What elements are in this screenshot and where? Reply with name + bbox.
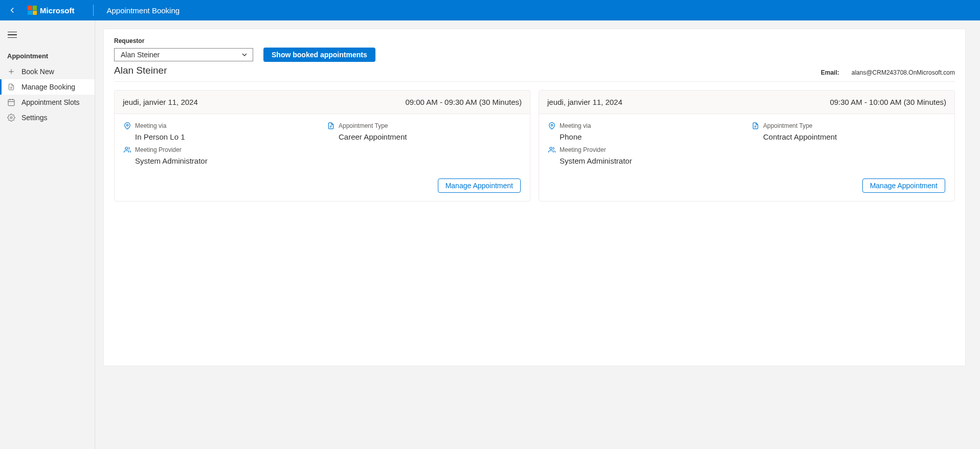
show-booked-appointments-button[interactable]: Show booked appointments — [263, 48, 375, 62]
document-icon — [7, 83, 15, 91]
manage-appointment-button[interactable]: Manage Appointment — [438, 178, 521, 193]
back-button[interactable] — [4, 2, 20, 18]
meeting-provider-label: Meeting Provider — [124, 146, 317, 153]
chevron-down-icon — [240, 51, 249, 59]
chevron-left-icon — [8, 6, 17, 15]
people-icon — [548, 146, 555, 153]
sidebar-item-label: Book New — [21, 68, 54, 76]
appointment-type-value: Contract Appointment — [752, 132, 945, 141]
menu-toggle-button[interactable] — [2, 25, 23, 45]
sidebar-item-settings[interactable]: Settings — [0, 110, 95, 125]
meeting-via-value: Phone — [548, 132, 742, 141]
sidebar-heading: Appointment — [0, 45, 95, 64]
sidebar-item-manage-booking[interactable]: Manage Booking — [0, 79, 95, 95]
appointment-card: jeudi, janvier 11, 2024 09:00 AM - 09:30… — [114, 90, 530, 201]
meeting-provider-label: Meeting Provider — [548, 146, 742, 153]
app-top-bar: Microsoft Appointment Booking — [0, 0, 980, 20]
svg-point-12 — [125, 147, 128, 150]
appointment-card-header: jeudi, janvier 11, 2024 09:00 AM - 09:30… — [115, 91, 530, 114]
appointment-type-label: Appointment Type — [752, 122, 945, 129]
meeting-via-label: Meeting via — [548, 122, 742, 129]
header-divider — [93, 5, 94, 16]
requestor-selected-value: Alan Steiner — [121, 51, 160, 59]
booking-panel: Requestor Alan Steiner Show booked appoi… — [103, 29, 966, 366]
file-icon — [327, 122, 335, 129]
requestor-name: Alan Steiner — [114, 65, 167, 76]
appointment-card-header: jeudi, janvier 11, 2024 09:30 AM - 10:00… — [539, 91, 954, 114]
appointment-card: jeudi, janvier 11, 2024 09:30 AM - 10:00… — [539, 90, 955, 201]
page-title: Appointment Booking — [107, 6, 180, 15]
microsoft-logo: Microsoft — [28, 6, 75, 15]
manage-appointment-button[interactable]: Manage Appointment — [862, 178, 945, 193]
requestor-email-block: Email: alans@CRM243708.OnMicrosoft.com — [821, 69, 955, 76]
location-icon — [124, 122, 131, 129]
svg-point-16 — [550, 147, 552, 150]
sidebar-item-book-new[interactable]: Book New — [0, 64, 95, 79]
sidebar: Appointment Book New Manage Booking Appo… — [0, 20, 95, 449]
brand-text: Microsoft — [40, 6, 75, 15]
plus-icon — [7, 68, 15, 76]
requestor-label: Requestor — [114, 37, 955, 44]
people-icon — [124, 146, 131, 153]
meeting-via-value: In Person Lo 1 — [124, 132, 317, 141]
meeting-provider-value: System Administrator — [548, 156, 742, 165]
requestor-select[interactable]: Alan Steiner — [114, 48, 253, 61]
svg-point-9 — [126, 124, 128, 126]
sidebar-item-label: Settings — [21, 114, 48, 122]
sidebar-item-label: Manage Booking — [21, 83, 75, 91]
meeting-via-label: Meeting via — [124, 122, 317, 129]
meeting-provider-value: System Administrator — [124, 156, 317, 165]
appointment-date: jeudi, janvier 11, 2024 — [547, 98, 622, 106]
email-label: Email: — [821, 69, 839, 76]
hamburger-icon — [8, 32, 17, 38]
appointment-type-label: Appointment Type — [327, 122, 521, 129]
email-value: alans@CRM243708.OnMicrosoft.com — [852, 69, 955, 76]
sidebar-item-label: Appointment Slots — [21, 98, 80, 106]
microsoft-logo-icon — [28, 6, 37, 15]
sidebar-item-appointment-slots[interactable]: Appointment Slots — [0, 95, 95, 110]
main-content: Requestor Alan Steiner Show booked appoi… — [95, 20, 980, 449]
location-icon — [548, 122, 555, 129]
svg-rect-4 — [8, 100, 14, 106]
appointment-time: 09:00 AM - 09:30 AM (30 Minutes) — [405, 98, 522, 106]
appointment-time: 09:30 AM - 10:00 AM (30 Minutes) — [830, 98, 946, 106]
svg-point-8 — [10, 117, 12, 119]
file-icon — [752, 122, 759, 129]
gear-icon — [7, 114, 15, 122]
svg-point-13 — [551, 124, 553, 126]
appointment-type-value: Career Appointment — [327, 132, 521, 141]
appointment-date: jeudi, janvier 11, 2024 — [123, 98, 198, 106]
calendar-icon — [7, 98, 15, 106]
